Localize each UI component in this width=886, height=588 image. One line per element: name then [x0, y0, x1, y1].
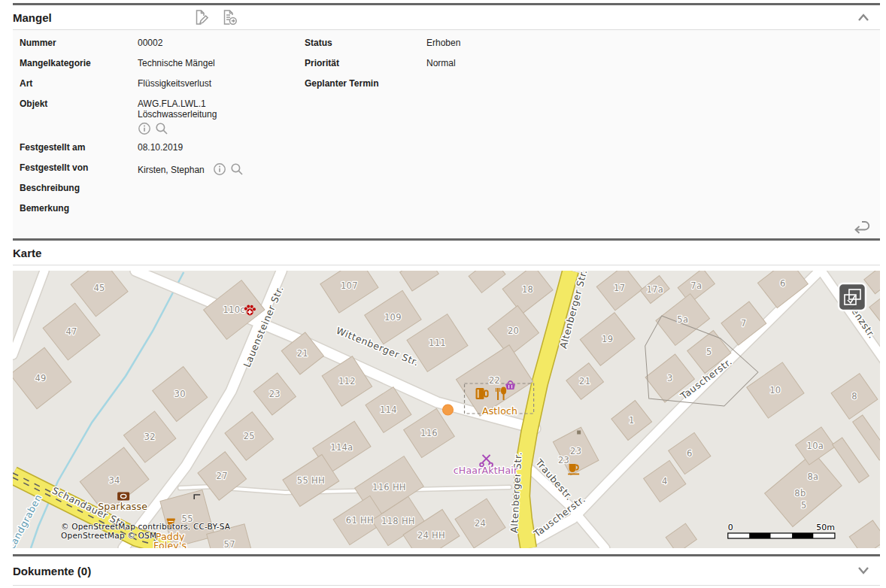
field-label-status: Status: [305, 33, 426, 48]
mangel-title: Mangel: [13, 11, 52, 24]
divider: [13, 265, 880, 265]
chevron-down-icon: [856, 565, 871, 577]
svg-text:8: 8: [851, 391, 857, 402]
svg-text:34: 34: [108, 475, 120, 486]
svg-text:110c: 110c: [223, 305, 245, 315]
svg-text:17: 17: [614, 283, 625, 293]
svg-text:109: 109: [384, 312, 402, 323]
svg-text:cHaarAktHair: cHaarAktHair: [454, 465, 518, 476]
svg-text:23: 23: [570, 446, 581, 456]
expand-section-button[interactable]: [856, 565, 871, 577]
svg-text:1: 1: [629, 415, 635, 426]
map-layers-button[interactable]: [839, 283, 866, 311]
field-label-beschreibung: Beschreibung: [20, 178, 138, 193]
search-icon[interactable]: [155, 122, 168, 138]
svg-text:© OpenStreetMap contributors,: © OpenStreetMap contributors, CC-BY-SA: [61, 522, 231, 531]
svg-text:55 HH: 55 HH: [297, 475, 325, 486]
edit-document-icon[interactable]: [192, 8, 210, 27]
svg-text:6: 6: [780, 278, 786, 289]
svg-text:24: 24: [475, 518, 486, 529]
field-label-mangelkategorie: Mangelkategorie: [20, 53, 138, 68]
dokumente-title: Dokumente (0): [13, 565, 91, 577]
svg-text:107: 107: [341, 280, 358, 291]
karte-title: Karte: [13, 247, 41, 259]
svg-text:24 HH: 24 HH: [417, 530, 445, 541]
collapse-section-button[interactable]: [856, 11, 871, 23]
field-label-nummer: Nummer: [20, 33, 138, 48]
svg-text:112: 112: [338, 376, 356, 386]
field-value-beschreibung: [138, 178, 305, 183]
field-label-festgestellt-am: Festgestellt am: [20, 138, 138, 153]
field-value-festgestellt-am: 08.10.2019: [138, 138, 305, 153]
svg-text:Astloch: Astloch: [482, 405, 517, 417]
chevron-up-icon: [856, 11, 871, 23]
svg-text:57: 57: [224, 539, 235, 548]
field-label-prioritaet: Priorität: [305, 53, 426, 68]
svg-text:32: 32: [144, 432, 156, 442]
field-value-prioritaet: Normal: [426, 53, 874, 68]
divider: [13, 585, 880, 586]
svg-text:20: 20: [508, 326, 519, 336]
svg-text:23: 23: [558, 455, 569, 465]
svg-text:23: 23: [269, 389, 281, 399]
svg-text:18: 18: [522, 284, 533, 295]
field-label-bemerkung: Bemerkung: [20, 199, 138, 214]
mangel-page: Mangel: [13, 3, 880, 586]
svg-text:22: 22: [489, 375, 500, 386]
field-value-festgestellt-von: Kirsten, Stephan: [138, 158, 426, 178]
mangel-form: Nummer 00002 Status Erhoben Mangelkatego…: [13, 30, 880, 238]
dokumente-header: Dokumente (0): [13, 556, 880, 585]
svg-text:118 HH: 118 HH: [381, 516, 415, 526]
svg-text:5: 5: [706, 347, 712, 357]
svg-text:8b: 8b: [794, 488, 806, 499]
field-value-nummer: 00002: [138, 33, 305, 48]
svg-text:0: 0: [728, 523, 733, 532]
search-icon[interactable]: [230, 162, 244, 178]
svg-text:111: 111: [429, 338, 446, 348]
svg-text:17a: 17a: [646, 284, 663, 295]
svg-text:50m: 50m: [816, 523, 835, 532]
svg-text:6: 6: [687, 448, 693, 459]
field-value-art: Flüssigkeitsverlust: [138, 74, 305, 89]
svg-text:4: 4: [662, 476, 668, 486]
svg-text:114a: 114a: [330, 442, 353, 453]
svg-text:7: 7: [741, 318, 747, 329]
undo-icon: [851, 219, 871, 235]
field-value-objekt: AWG.FLA.LWL.1 Löschwasserleitung: [138, 94, 305, 138]
field-label-art: Art: [20, 74, 138, 89]
info-icon[interactable]: [138, 122, 151, 138]
svg-text:116: 116: [420, 428, 438, 438]
map-canvas[interactable]: 454749110c303234212325271071091111121141…: [13, 271, 880, 548]
svg-text:19: 19: [602, 334, 613, 344]
svg-text:27: 27: [217, 471, 228, 481]
undo-button[interactable]: [851, 219, 871, 238]
svg-text:30: 30: [174, 389, 186, 399]
svg-text:61 HH: 61 HH: [346, 515, 374, 526]
karte-header: Karte: [13, 241, 880, 265]
info-icon[interactable]: [213, 162, 226, 178]
field-value-geplanter-termin: [426, 74, 874, 78]
svg-text:45: 45: [93, 283, 105, 293]
mangel-header: Mangel: [13, 5, 880, 29]
svg-text:21: 21: [579, 376, 590, 386]
field-label-festgestellt-von: Festgestellt von: [20, 158, 138, 173]
document-export-icon[interactable]: [220, 8, 239, 27]
field-label-objekt: Objekt: [20, 94, 138, 109]
svg-text:10a: 10a: [807, 441, 824, 451]
svg-text:25: 25: [244, 431, 255, 441]
svg-text:5: 5: [801, 500, 807, 511]
svg-text:3: 3: [667, 373, 673, 383]
svg-text:8a: 8a: [807, 471, 818, 482]
svg-text:Foley's: Foley's: [153, 540, 187, 548]
svg-text:OpenStreetMap © OSM: OpenStreetMap © OSM: [61, 531, 156, 540]
field-value-status: Erhoben: [426, 33, 874, 48]
svg-text:116 HH: 116 HH: [372, 482, 406, 493]
svg-text:47: 47: [65, 326, 77, 337]
svg-text:Sparkasse: Sparkasse: [98, 501, 147, 512]
svg-text:114: 114: [380, 405, 397, 415]
svg-text:49: 49: [35, 373, 46, 383]
svg-text:21: 21: [297, 348, 308, 359]
svg-text:5a: 5a: [677, 314, 688, 325]
field-value-mangelkategorie: Technische Mängel: [138, 53, 305, 68]
svg-text:7a: 7a: [690, 280, 702, 291]
